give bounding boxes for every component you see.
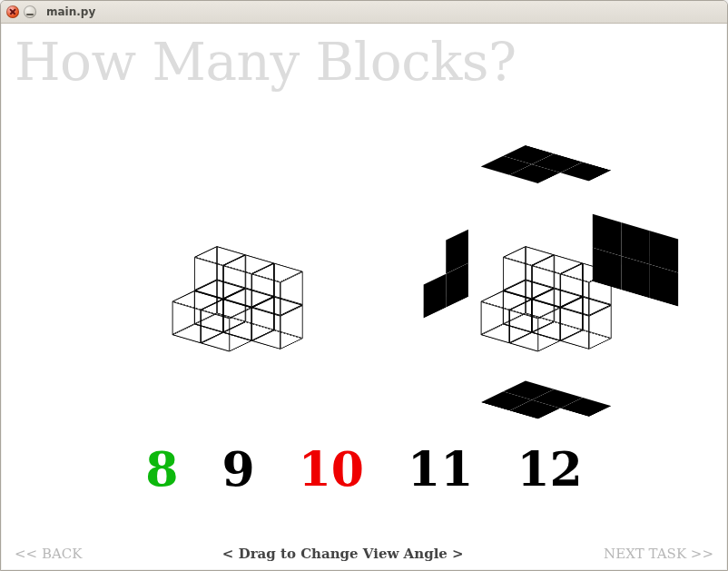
window-title: main.py: [46, 5, 95, 18]
close-icon[interactable]: [6, 5, 19, 18]
answer-option[interactable]: 10: [299, 441, 364, 497]
answer-row: 89101112: [2, 441, 726, 497]
minimize-icon[interactable]: [24, 5, 36, 18]
titlebar: main.py: [1, 1, 727, 24]
answer-option[interactable]: 12: [516, 441, 582, 497]
block-viewport[interactable]: [20, 114, 708, 423]
footer-bar: << BACK < Drag to Change View Angle > NE…: [2, 546, 726, 562]
app-window: main.py How Many Blocks? 89101112 << BAC…: [0, 0, 728, 571]
answer-option[interactable]: 11: [408, 441, 473, 497]
drag-hint: < Drag to Change View Angle >: [222, 546, 464, 562]
answer-option[interactable]: 8: [145, 441, 178, 497]
back-button[interactable]: << BACK: [15, 546, 82, 562]
page-title: How Many Blocks?: [15, 31, 516, 93]
content-area: How Many Blocks? 89101112 << BACK < Drag…: [2, 24, 726, 569]
answer-option[interactable]: 9: [221, 441, 254, 497]
next-button[interactable]: NEXT TASK >>: [604, 546, 713, 562]
